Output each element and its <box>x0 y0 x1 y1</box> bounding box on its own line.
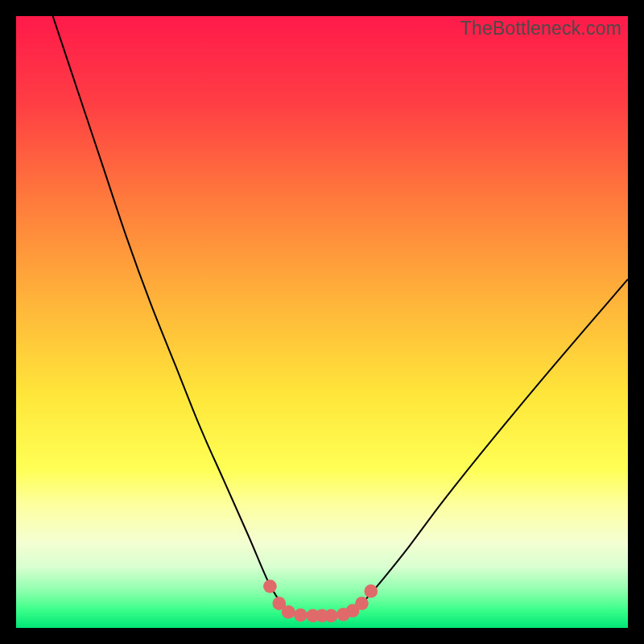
highlight-dot <box>324 609 338 622</box>
highlight-dot <box>294 609 308 622</box>
curve-layer <box>16 16 628 628</box>
highlight-dots <box>263 580 378 622</box>
highlight-dot <box>364 584 378 598</box>
highlight-dot <box>282 605 295 619</box>
highlight-dot <box>355 597 369 610</box>
bottleneck-curve <box>53 16 628 616</box>
chart-frame: TheBottleneck.com <box>0 0 644 644</box>
plot-area: TheBottleneck.com <box>16 16 628 628</box>
highlight-dot <box>263 580 277 593</box>
